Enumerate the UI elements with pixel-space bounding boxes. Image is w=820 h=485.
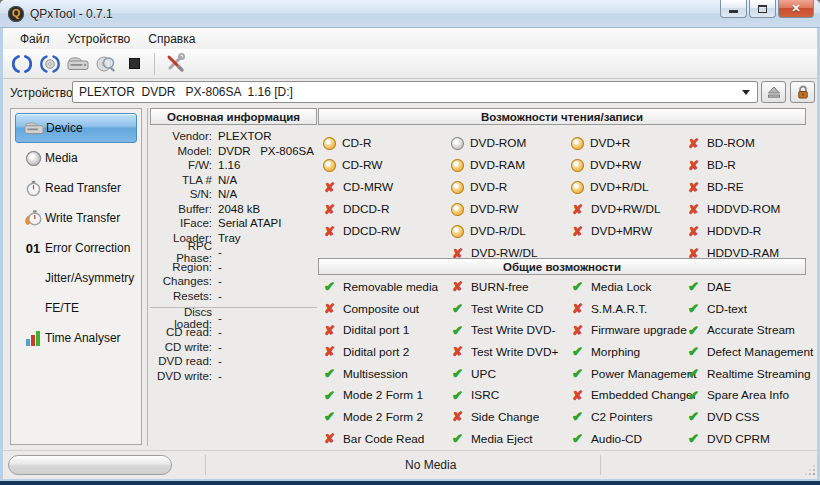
- sidebar-item-label: Error Correction: [45, 241, 130, 255]
- info-row: IFace: Serial ATAPI: [150, 216, 317, 231]
- capability-status-icon: [571, 159, 584, 172]
- rescan-bus-button[interactable]: [8, 51, 36, 77]
- drive-info-button[interactable]: [64, 51, 92, 77]
- basic-info-panel: Основная информация Vendor: PLEXTOR Mode…: [147, 108, 317, 446]
- statusbar-separator: [600, 455, 601, 475]
- capability-status-icon: [686, 280, 701, 294]
- main-area: Device Media Read Transfer: [0, 106, 820, 450]
- lock-icon: [795, 84, 811, 100]
- media-check-button[interactable]: [92, 51, 120, 77]
- capabilities-panel: Возможности чтения/записи CD-R CD-RW: [318, 108, 808, 448]
- sidebar-item-jitter-asymmetry[interactable]: Jitter/Asymmetry: [15, 263, 137, 293]
- capability-item: Defect Management: [686, 341, 806, 363]
- capability-item: Spare Area Info: [686, 384, 806, 406]
- info-row-value: -: [218, 370, 222, 382]
- capability-item: Removable media: [322, 276, 448, 298]
- capability-item: DDCD-RW: [322, 220, 448, 242]
- media-check-icon: [95, 54, 117, 74]
- device-label: Устройство:: [10, 86, 76, 100]
- capability-item: Test Write DVD-: [450, 319, 570, 341]
- capability-item: Audio-CD: [570, 428, 684, 450]
- sidebar-item-time-analyser[interactable]: Time Analyser: [15, 323, 137, 353]
- capability-status-icon: [686, 323, 701, 337]
- sidebar-item-label: Time Analyser: [45, 331, 121, 345]
- window-frame: [0, 479, 820, 485]
- capability-status-icon: [451, 137, 464, 150]
- sidebar-item-read-transfer[interactable]: Read Transfer: [15, 173, 137, 203]
- capability-status-icon: [570, 302, 585, 316]
- stop-button[interactable]: [120, 51, 148, 77]
- capability-item: UPC: [450, 363, 570, 385]
- minimize-button[interactable]: [720, 0, 747, 18]
- device-select[interactable]: PLEXTOR DVDR PX-806SA 1.16 [D:]: [72, 81, 758, 103]
- info-row-value: Tray: [218, 232, 241, 244]
- stop-icon: [129, 58, 140, 69]
- info-row-label: Region:: [150, 261, 212, 273]
- capability-item: Media Lock: [570, 276, 684, 298]
- refresh-drive-button[interactable]: [36, 51, 64, 77]
- capability-status-icon: [450, 323, 465, 337]
- drive-icon: [67, 55, 89, 73]
- app-icon: Q: [8, 6, 24, 22]
- sidebar-item-write-transfer[interactable]: Write Transfer: [15, 203, 137, 233]
- capability-status-icon: [450, 432, 465, 446]
- capability-item: BURN-free: [450, 276, 570, 298]
- capability-item: Test Write DVD+: [450, 341, 570, 363]
- info-row-value: -: [218, 246, 222, 258]
- capability-status-icon: [322, 388, 337, 402]
- capability-item: Media Eject: [450, 428, 570, 450]
- capability-item: DVD+R: [570, 132, 684, 154]
- menu-file[interactable]: Файл: [11, 30, 59, 48]
- window-frame: [0, 28, 3, 485]
- general-column-3: Media Lock S.M.A.R.T. Firmware upgrade: [570, 276, 684, 450]
- eject-button[interactable]: [761, 81, 786, 103]
- sidebar-item-label: FE/TE: [45, 301, 79, 315]
- sidebar-item-label: Device: [46, 121, 83, 135]
- info-row-label: DVD read:: [150, 355, 212, 367]
- capability-status-icon: [686, 432, 701, 446]
- sidebar-item-error-correction[interactable]: 01 Error Correction: [15, 233, 137, 263]
- sidebar-item-media[interactable]: Media: [15, 143, 137, 173]
- lock-button[interactable]: [790, 81, 815, 103]
- sidebar-item-fete[interactable]: FE/TE: [15, 293, 137, 323]
- info-row-value: -: [218, 341, 222, 353]
- rescan-bus-icon: [12, 54, 32, 74]
- info-row: Changes: -: [150, 274, 317, 289]
- sidebar: Device Media Read Transfer: [10, 108, 142, 445]
- capability-item: Composite out: [322, 298, 448, 320]
- general-column-1: Removable media Composite out Didital po…: [322, 276, 448, 450]
- sidebar-item-device[interactable]: Device: [15, 113, 137, 143]
- capability-item: Realtime Streaming: [686, 363, 806, 385]
- info-row-value: -: [218, 261, 222, 273]
- capability-item: DVD-R/DL: [450, 220, 570, 242]
- capability-item: Embedded Changer: [570, 384, 684, 406]
- capability-item: Morphing: [570, 341, 684, 363]
- capability-status-icon: [322, 323, 337, 337]
- capability-status-icon: [322, 367, 337, 381]
- stopwatch-flame-icon: [21, 208, 45, 228]
- capability-status-icon: [570, 410, 585, 424]
- info-row-value: Serial ATAPI: [218, 217, 282, 229]
- capability-item: DVD+MRW: [570, 220, 684, 242]
- status-bar: No Media: [0, 450, 820, 479]
- info-row-value: -: [218, 312, 222, 324]
- titlebar[interactable]: Q QPxTool - 0.7.1: [0, 0, 820, 28]
- menu-device[interactable]: Устройство: [59, 30, 140, 48]
- capability-item: DVD+RW: [570, 154, 684, 176]
- maximize-button[interactable]: [749, 0, 776, 18]
- capability-item: Didital port 1: [322, 319, 448, 341]
- preferences-icon: [164, 53, 186, 75]
- close-button[interactable]: ✕: [778, 0, 814, 18]
- info-row-label: Model:: [150, 145, 212, 157]
- menu-help[interactable]: Справка: [139, 30, 204, 48]
- resize-grip[interactable]: [803, 463, 815, 475]
- preferences-button[interactable]: [161, 51, 189, 77]
- info-row-label: Resets:: [150, 290, 212, 302]
- info-row: Region: -: [150, 260, 317, 275]
- capability-status-icon: [571, 181, 584, 194]
- info-row-value: -: [218, 326, 222, 338]
- capability-item: C2 Pointers: [570, 406, 684, 428]
- capability-item: DVD-RAM: [450, 154, 570, 176]
- capability-status-icon: [322, 202, 337, 216]
- capability-status-icon: [686, 136, 701, 150]
